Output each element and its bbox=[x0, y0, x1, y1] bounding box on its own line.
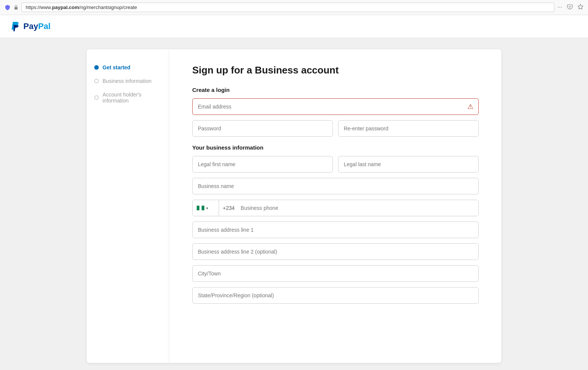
business-name-input[interactable] bbox=[192, 178, 479, 194]
sidebar-label-account-holder: Account holder's information bbox=[103, 92, 162, 104]
sidebar-label-get-started: Get started bbox=[103, 64, 130, 70]
address-line2-group bbox=[192, 243, 479, 260]
pocket-icon[interactable] bbox=[567, 4, 573, 11]
password-row bbox=[192, 120, 479, 137]
state-input[interactable] bbox=[192, 287, 479, 304]
chevron-down-icon: ▾ bbox=[206, 206, 208, 210]
sidebar-item-business-info[interactable]: Business information bbox=[94, 74, 162, 88]
site-header: PayPal bbox=[0, 15, 588, 38]
email-field-group: ⚠ bbox=[192, 98, 479, 115]
login-section-label: Create a login bbox=[192, 87, 479, 93]
reenter-password-input[interactable] bbox=[338, 120, 479, 137]
bookmark-icon[interactable] bbox=[577, 4, 583, 11]
step-dot-business-info bbox=[94, 79, 99, 83]
page-title: Sign up for a Business account bbox=[192, 64, 479, 76]
sidebar-item-get-started[interactable]: Get started bbox=[94, 61, 162, 74]
email-input[interactable] bbox=[192, 98, 479, 115]
url-text: https://www.paypal.com/ng/merchantsignup… bbox=[26, 5, 137, 10]
svg-marker-1 bbox=[578, 4, 583, 9]
business-section-label: Your business information bbox=[192, 144, 479, 151]
more-options-icon[interactable]: ··· bbox=[557, 4, 562, 11]
phone-wrapper: ▾ +234 bbox=[192, 200, 479, 216]
content-wrapper: Get started Business information Account… bbox=[87, 49, 501, 363]
sidebar-label-business-info: Business information bbox=[103, 78, 152, 84]
paypal-logo: PayPal bbox=[9, 20, 51, 32]
svg-rect-0 bbox=[14, 7, 17, 10]
shield-icon bbox=[5, 5, 11, 11]
phone-country-selector[interactable]: ▾ bbox=[193, 200, 219, 216]
nigeria-flag-icon bbox=[196, 205, 205, 211]
browser-chrome: https://www.paypal.com/ng/merchantsignup… bbox=[0, 0, 588, 15]
city-input[interactable] bbox=[192, 265, 479, 282]
legal-first-name-input[interactable] bbox=[192, 156, 333, 173]
url-bar[interactable]: https://www.paypal.com/ng/merchantsignup… bbox=[21, 3, 554, 12]
password-input[interactable] bbox=[192, 120, 333, 137]
browser-actions: ··· bbox=[557, 4, 583, 11]
sidebar-item-account-holder[interactable]: Account holder's information bbox=[94, 88, 162, 107]
state-group bbox=[192, 287, 479, 304]
phone-group: ▾ +234 bbox=[192, 200, 479, 216]
address-line1-group bbox=[192, 222, 479, 238]
name-row bbox=[192, 156, 479, 173]
sidebar: Get started Business information Account… bbox=[87, 49, 170, 363]
error-icon: ⚠ bbox=[467, 102, 473, 111]
phone-input[interactable] bbox=[236, 200, 478, 216]
business-name-group bbox=[192, 178, 479, 194]
city-group bbox=[192, 265, 479, 282]
address-line1-input[interactable] bbox=[192, 222, 479, 238]
lock-icon bbox=[14, 5, 18, 10]
address-line2-input[interactable] bbox=[192, 243, 479, 260]
paypal-logo-text: PayPal bbox=[23, 21, 51, 31]
paypal-logo-icon bbox=[9, 20, 21, 32]
legal-last-name-input[interactable] bbox=[338, 156, 479, 173]
main-container: Get started Business information Account… bbox=[0, 38, 588, 370]
phone-prefix: +234 bbox=[219, 200, 236, 216]
step-dot-account-holder bbox=[94, 95, 99, 100]
form-panel: Sign up for a Business account Create a … bbox=[170, 49, 501, 363]
step-dot-get-started bbox=[94, 65, 99, 70]
